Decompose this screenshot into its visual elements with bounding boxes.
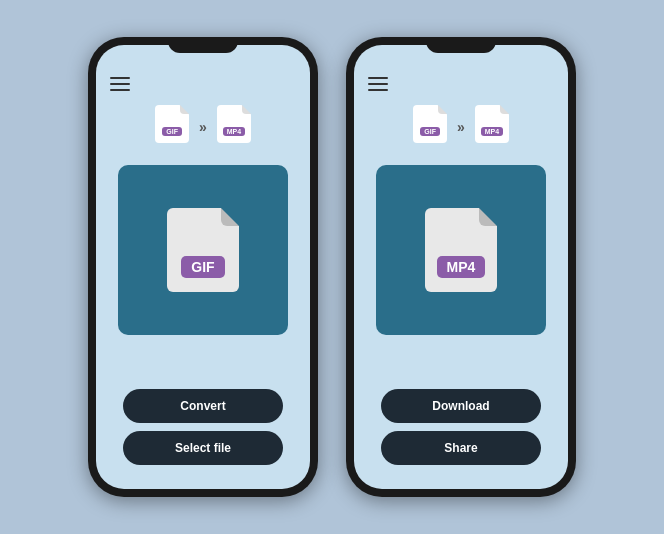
preview-box-2: MP4 (376, 165, 546, 335)
to-format-icon-2: MP4 (473, 105, 511, 149)
phone-after: GIF » MP4 MP4 (346, 37, 576, 497)
hamburger-line (110, 83, 130, 85)
hamburger-line (368, 83, 388, 85)
phone-notch-2 (426, 37, 496, 53)
file-shape: GIF (413, 105, 447, 143)
format-bar-1: GIF » MP4 (153, 105, 253, 149)
btn-group-2: Download Share (368, 389, 554, 473)
preview-file-icon-2: MP4 (425, 208, 497, 292)
screen-content-1: GIF » MP4 GIF (96, 45, 310, 489)
hamburger-line (368, 77, 388, 79)
phone-screen-1: GIF » MP4 GIF (96, 45, 310, 489)
hamburger-menu-2[interactable] (368, 77, 388, 91)
btn-group-1: Convert Select file (110, 389, 296, 473)
preview-file-shape-2: MP4 (425, 208, 497, 292)
select-file-button[interactable]: Select file (123, 431, 283, 465)
phone-screen-2: GIF » MP4 MP4 (354, 45, 568, 489)
preview-format-label-2: MP4 (437, 256, 486, 278)
hamburger-line (110, 89, 130, 91)
phone-notch-1 (168, 37, 238, 53)
to-format-label-1: MP4 (223, 127, 245, 136)
arrow-icon-2: » (457, 119, 465, 135)
preview-format-label-1: GIF (181, 256, 224, 278)
arrow-icon-1: » (199, 119, 207, 135)
convert-button[interactable]: Convert (123, 389, 283, 423)
screen-content-2: GIF » MP4 MP4 (354, 45, 568, 489)
share-button[interactable]: Share (381, 431, 541, 465)
file-shape: MP4 (217, 105, 251, 143)
from-format-label-2: GIF (420, 127, 440, 136)
download-button[interactable]: Download (381, 389, 541, 423)
to-format-label-2: MP4 (481, 127, 503, 136)
file-shape: GIF (155, 105, 189, 143)
phones-container: GIF » MP4 GIF (88, 37, 576, 497)
hamburger-line (368, 89, 388, 91)
format-bar-2: GIF » MP4 (411, 105, 511, 149)
phone-before: GIF » MP4 GIF (88, 37, 318, 497)
hamburger-line (110, 77, 130, 79)
to-format-icon-1: MP4 (215, 105, 253, 149)
preview-file-shape-1: GIF (167, 208, 239, 292)
from-format-icon-1: GIF (153, 105, 191, 149)
file-shape: MP4 (475, 105, 509, 143)
preview-file-icon-1: GIF (167, 208, 239, 292)
hamburger-menu-1[interactable] (110, 77, 130, 91)
from-format-icon-2: GIF (411, 105, 449, 149)
preview-box-1: GIF (118, 165, 288, 335)
from-format-label-1: GIF (162, 127, 182, 136)
